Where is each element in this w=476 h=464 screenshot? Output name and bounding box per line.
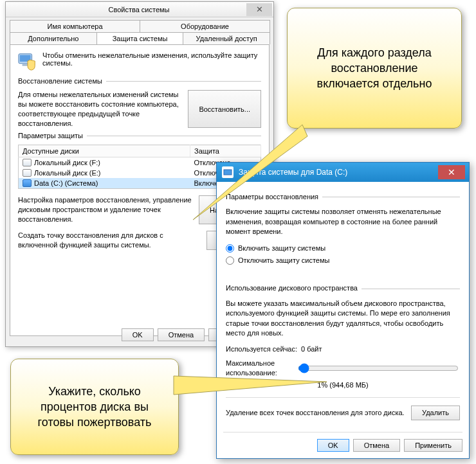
annotation-callout: Для каждого раздела восстановление включ… — [287, 8, 462, 129]
dialog-buttons: OK Отмена Применить — [223, 432, 462, 452]
tab-system-protection[interactable]: Защита системы — [96, 32, 184, 44]
col-drive: Доступные диски — [19, 145, 190, 157]
close-icon[interactable]: ✕ — [246, 3, 272, 16]
radio-disable-input[interactable] — [226, 256, 234, 265]
radio-enable[interactable]: Включить защиту системы — [226, 244, 460, 253]
window-title: Свойства системы — [6, 6, 246, 13]
drive-icon — [23, 169, 32, 177]
tab-computer-name[interactable]: Имя компьютера — [10, 20, 140, 32]
radio-disable[interactable]: Отключить защиту системы — [226, 256, 460, 265]
delete-button[interactable]: Удалить — [411, 406, 460, 420]
titlebar: Свойства системы ✕ — [6, 2, 273, 17]
used-value: 0 байт — [301, 344, 322, 354]
callout-arrow-icon — [193, 125, 309, 215]
disk-desc: Вы можете указать максимальный объем дис… — [226, 299, 460, 339]
configure-text: Настройка параметров восстановления, упр… — [18, 195, 194, 224]
create-text: Создать точку восстановления для дисков … — [18, 231, 201, 250]
drive-icon — [23, 179, 32, 187]
intro-text: Чтобы отменить нежелательные изменения, … — [42, 51, 261, 71]
restore-header: Восстановление системы — [18, 77, 261, 85]
tab-hardware[interactable]: Оборудование — [140, 20, 270, 32]
tab-advanced[interactable]: Дополнительно — [10, 32, 97, 44]
tab-remote[interactable]: Удаленный доступ — [183, 32, 270, 44]
callout-arrow-icon — [174, 366, 328, 411]
disk-header: Использование дискового пространства — [226, 283, 460, 293]
radio-enable-input[interactable] — [226, 244, 234, 253]
used-label: Используется сейчас: — [226, 344, 297, 354]
svg-marker-4 — [193, 125, 307, 220]
apply-button[interactable]: Применить — [404, 439, 462, 452]
restore-button[interactable]: Восстановить... — [188, 90, 261, 128]
shield-screen-icon — [18, 51, 37, 71]
restore-text: Для отмены нежелательных изменений систе… — [18, 90, 183, 128]
drive-icon — [23, 159, 32, 166]
close-icon[interactable]: ✕ — [438, 165, 465, 179]
cancel-button[interactable]: Отмена — [353, 439, 400, 452]
cancel-button[interactable]: Отмена — [158, 328, 205, 341]
svg-marker-5 — [174, 376, 327, 395]
ok-button[interactable]: OK — [317, 439, 349, 452]
ok-button[interactable]: OK — [122, 328, 154, 341]
annotation-callout: Укажите, сколько процентов диска вы гото… — [10, 359, 179, 455]
